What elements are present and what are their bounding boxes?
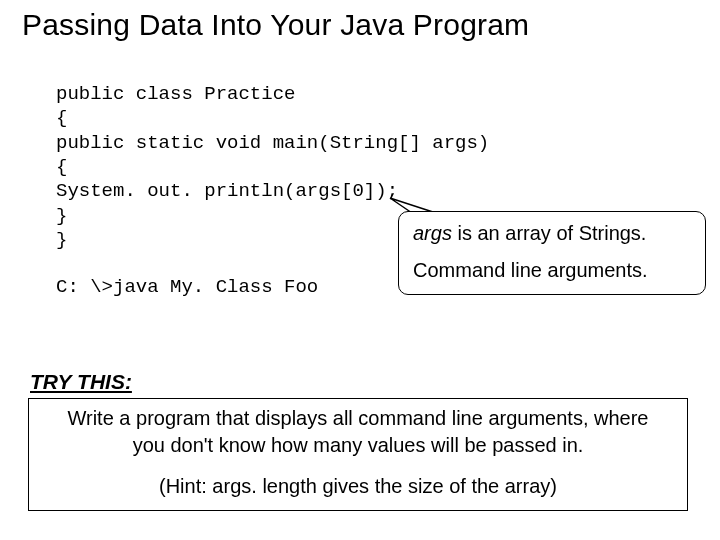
callout-box: args is an array of Strings. Command lin… [398,211,706,295]
callout-line1-rest: is an array of Strings. [452,222,647,244]
callout-line2: Command line arguments. [413,257,691,284]
callout-line1: args is an array of Strings. [413,220,691,247]
callout-args-word: args [413,222,452,244]
